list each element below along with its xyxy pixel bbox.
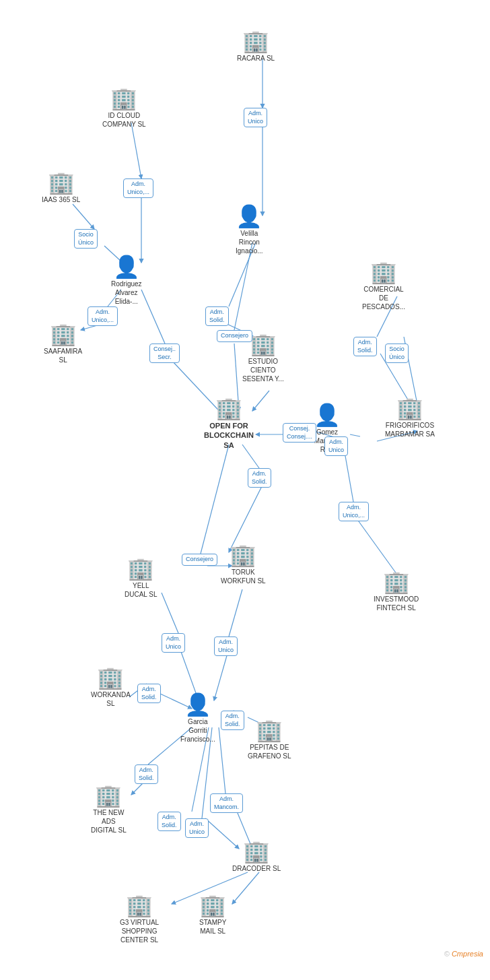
badge-adm-unico-gomez[interactable]: Adm.Unico [324,436,348,456]
building-icon-g3virtual: 🏢 [126,894,153,916]
node-investmood[interactable]: 🏢 INVESTMOODFINTECH SL [374,571,419,612]
watermark-brand: Cmpresia [452,950,483,958]
node-idcloud[interactable]: 🏢 ID CLOUDCOMPANY SL [102,88,146,129]
label-workanda: WORKANDASL [91,690,131,708]
label-idcloud: ID CLOUDCOMPANY SL [102,111,146,129]
badge-adm-unico-idcloud[interactable]: Adm.Unico,... [123,178,153,198]
badge-adm-unico-saafamira[interactable]: Adm.Unico,... [88,306,118,326]
building-icon-stampymail: 🏢 [199,894,226,916]
node-rodriguez[interactable]: 👤 RodriguezAlvarezElida-... [111,256,142,306]
node-velilla[interactable]: 👤 VelillaRinconIgnacio... [236,205,263,255]
badge-adm-solid-comercial[interactable]: Adm.Solid. [353,337,377,356]
watermark: © Cmpresia [444,950,483,958]
label-dracoder: DRACODER SL [232,864,281,873]
badge-adm-solid-dracoder[interactable]: Adm.Solid. [158,812,181,831]
label-pepitas: PEPITAS DEGRAFENO SL [248,743,291,760]
badge-adm-solid-workanda[interactable]: Adm.Solid. [137,684,161,703]
badge-consejero-toruk[interactable]: Consejero [182,554,217,566]
label-toruk: TORUKWORKFUN SL [221,568,266,585]
badge-adm-unico-racara[interactable]: Adm.Unico [244,108,267,127]
svg-line-2 [131,123,141,178]
label-stampymail: STAMPYMAIL SL [199,918,226,936]
node-toruk[interactable]: 🏢 TORUKWORKFUN SL [221,544,266,585]
person-icon-garcia: 👤 [184,694,211,715]
graph-container: 🏢 RACARA SL 🏢 ID CLOUDCOMPANY SL 🏢 IAAS … [0,0,490,963]
label-investmood: INVESTMOODFINTECH SL [374,595,419,612]
label-velilla: VelillaRinconIgnacio... [236,229,263,255]
label-estudio: ESTUDIOCIENTOSESENTA Y... [242,357,284,383]
svg-line-44 [232,872,259,904]
svg-line-20 [350,434,360,436]
node-yellducal[interactable]: 🏢 YELLDUCAL SL [125,558,158,599]
node-iaas365[interactable]: 🏢 IAAS 365 SL [42,172,80,204]
building-icon-frigorificos: 🏢 [396,397,423,419]
badge-adm-solid-openfor[interactable]: Adm.Solid. [248,468,271,488]
label-openfor: OPEN FORBLOCKCHAIN SA [199,421,259,450]
svg-line-41 [219,727,225,793]
building-icon-idcloud: 🏢 [110,88,137,109]
node-g3virtual[interactable]: 🏢 G3 VIRTUALSHOPPINGCENTER SL [120,894,159,944]
badge-consej-secr[interactable]: Consej..Secr. [149,344,180,363]
badge-socio-unico-frig[interactable]: SocioÚnico [385,344,409,363]
node-frigorificos[interactable]: 🏢 FRIGORIFICOSMARBAMAR SA [385,397,435,438]
label-racara: RACARA SL [237,54,275,63]
svg-line-25 [229,485,262,552]
svg-line-28 [162,593,178,633]
svg-line-12 [234,242,252,330]
person-icon-rodriguez: 👤 [113,256,140,277]
node-dracoder[interactable]: 🏢 DRACODER SL [232,841,281,873]
node-stampymail[interactable]: 🏢 STAMPYMAIL SL [199,894,226,936]
svg-line-8 [141,290,165,344]
badge-adm-solid-newads[interactable]: Adm.Solid. [135,764,158,784]
node-saafamira[interactable]: 🏢 SAAFAMIRASL [44,323,82,364]
building-icon-workanda: 🏢 [97,667,124,688]
label-rodriguez: RodriguezAlvarezElida-... [111,280,142,306]
label-iaas365: IAAS 365 SL [42,195,80,204]
label-comercial: COMERCIALDEPESCADOS... [362,285,405,311]
label-g3virtual: G3 VIRTUALSHOPPINGCENTER SL [120,918,159,944]
svg-line-31 [214,653,228,700]
node-comercial[interactable]: 🏢 COMERCIALDEPESCADOS... [362,261,405,311]
node-workanda[interactable]: 🏢 WORKANDASL [91,667,131,708]
building-icon-investmood: 🏢 [383,571,410,593]
badge-adm-mancom-dracoder[interactable]: Adm.Mancom. [210,793,243,813]
person-icon-gomez: 👤 [314,404,341,426]
svg-line-26 [201,445,229,554]
label-garcia: GarciaGorritiFrancisco... [180,717,215,744]
badge-adm-solid-pepitas[interactable]: Adm.Solid. [221,711,244,730]
badge-adm-unico-dracoder[interactable]: Adm.Unico [185,818,209,838]
label-yellducal: YELLDUCAL SL [125,581,158,599]
node-openfor[interactable]: 🏢 OPEN FORBLOCKCHAIN SA [199,397,259,450]
building-icon-iaas365: 🏢 [48,172,75,193]
badge-consej-consej-gomez[interactable]: Consej.Consej.... [283,423,316,443]
badge-socio-unico-iaas[interactable]: SocioÚnico [74,229,98,249]
label-frigorificos: FRIGORIFICOSMARBAMAR SA [385,421,435,438]
node-garcia[interactable]: 👤 GarciaGorritiFrancisco... [180,694,215,744]
badge-consejero-velilla[interactable]: Consejero [217,330,252,342]
badge-adm-solid-velilla[interactable]: Adm.Solid. [205,306,229,326]
node-pepitas[interactable]: 🏢 PEPITAS DEGRAFENO SL [248,719,291,760]
building-icon-racara: 🏢 [242,30,269,52]
building-icon-pepitas: 🏢 [256,719,283,741]
badge-adm-unico-yellducal[interactable]: Adm.Unico [162,633,185,653]
badge-adm-unico-investmood[interactable]: Adm.Unico,... [339,502,369,521]
building-icon-openfor: 🏢 [215,397,242,419]
building-icon-yellducal: 🏢 [127,558,154,579]
label-newads: THE NEWADSDIGITAL SL [91,808,127,835]
badge-adm-unico-toruk[interactable]: Adm.Unico [214,636,238,656]
node-newads[interactable]: 🏢 THE NEWADSDIGITAL SL [91,785,127,835]
connections-svg [0,0,490,963]
label-saafamira: SAAFAMIRASL [44,347,82,364]
building-icon-estudio: 🏢 [250,333,277,355]
svg-line-30 [229,589,242,636]
building-icon-newads: 🏢 [95,785,122,806]
svg-line-4 [73,204,94,229]
building-icon-toruk: 🏢 [230,544,256,566]
node-racara[interactable]: 🏢 RACARA SL [237,30,275,63]
building-icon-comercial: 🏢 [370,261,397,283]
building-icon-saafamira: 🏢 [50,323,77,345]
building-icon-dracoder: 🏢 [243,841,270,862]
person-icon-velilla: 👤 [236,205,262,227]
